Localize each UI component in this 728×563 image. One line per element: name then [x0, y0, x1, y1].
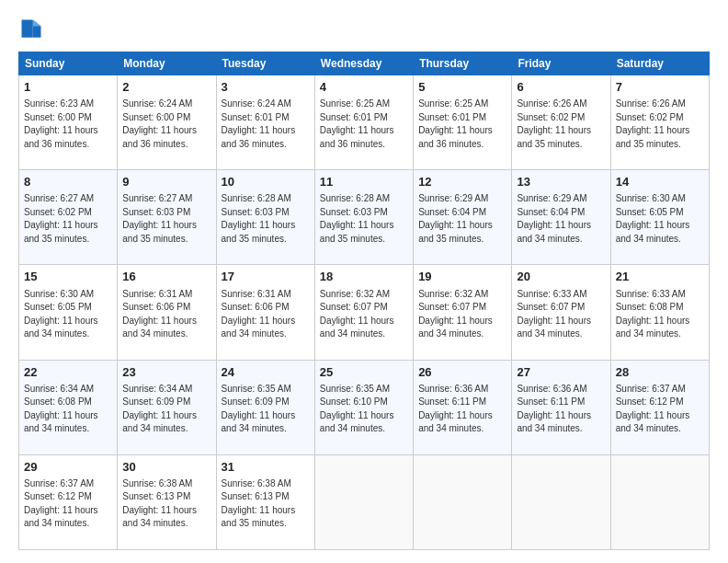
- day-number: 24: [222, 364, 310, 381]
- day-info: Sunrise: 6:38 AM Sunset: 6:13 PM Dayligh…: [222, 477, 310, 531]
- day-cell: 22Sunrise: 6:34 AM Sunset: 6:08 PM Dayli…: [19, 360, 118, 454]
- weekday-header: Monday: [118, 52, 216, 75]
- day-number: 15: [24, 269, 112, 285]
- day-info: Sunrise: 6:26 AM Sunset: 6:02 PM Dayligh…: [517, 98, 605, 151]
- day-info: Sunrise: 6:27 AM Sunset: 6:02 PM Dayligh…: [24, 192, 112, 246]
- day-info: Sunrise: 6:24 AM Sunset: 6:01 PM Dayligh…: [222, 98, 310, 151]
- day-number: 26: [418, 364, 506, 381]
- day-cell: 17Sunrise: 6:31 AM Sunset: 6:06 PM Dayli…: [216, 265, 314, 360]
- day-cell: 14Sunrise: 6:30 AM Sunset: 6:05 PM Dayli…: [610, 170, 709, 265]
- day-info: Sunrise: 6:29 AM Sunset: 6:04 PM Dayligh…: [418, 192, 506, 246]
- day-info: Sunrise: 6:38 AM Sunset: 6:13 PM Dayligh…: [122, 477, 210, 531]
- day-info: Sunrise: 6:24 AM Sunset: 6:00 PM Dayligh…: [122, 98, 210, 151]
- day-number: 7: [616, 79, 704, 96]
- weekday-header: Tuesday: [216, 52, 314, 75]
- day-cell: 26Sunrise: 6:36 AM Sunset: 6:11 PM Dayli…: [414, 360, 512, 454]
- day-cell: [610, 454, 709, 549]
- day-cell: 3Sunrise: 6:24 AM Sunset: 6:01 PM Daylig…: [216, 75, 314, 170]
- day-cell: 5Sunrise: 6:25 AM Sunset: 6:01 PM Daylig…: [414, 75, 512, 170]
- day-info: Sunrise: 6:36 AM Sunset: 6:11 PM Dayligh…: [517, 383, 605, 436]
- week-row: 15Sunrise: 6:30 AM Sunset: 6:05 PM Dayli…: [19, 265, 710, 360]
- day-cell: 23Sunrise: 6:34 AM Sunset: 6:09 PM Dayli…: [118, 360, 216, 454]
- day-info: Sunrise: 6:35 AM Sunset: 6:10 PM Dayligh…: [320, 383, 408, 436]
- svg-rect-2: [22, 20, 33, 38]
- day-cell: 18Sunrise: 6:32 AM Sunset: 6:07 PM Dayli…: [314, 265, 413, 360]
- day-cell: 1Sunrise: 6:23 AM Sunset: 6:00 PM Daylig…: [19, 75, 118, 170]
- day-info: Sunrise: 6:34 AM Sunset: 6:09 PM Dayligh…: [122, 383, 210, 436]
- day-number: 18: [320, 269, 408, 285]
- day-cell: 4Sunrise: 6:25 AM Sunset: 6:01 PM Daylig…: [314, 75, 413, 170]
- day-number: 5: [418, 79, 506, 96]
- day-number: 14: [616, 174, 704, 190]
- day-number: 11: [320, 174, 408, 190]
- day-cell: 10Sunrise: 6:28 AM Sunset: 6:03 PM Dayli…: [216, 170, 314, 265]
- day-info: Sunrise: 6:30 AM Sunset: 6:05 PM Dayligh…: [616, 192, 704, 246]
- day-cell: [414, 454, 512, 549]
- day-number: 10: [222, 174, 310, 190]
- day-info: Sunrise: 6:31 AM Sunset: 6:06 PM Dayligh…: [122, 288, 210, 341]
- day-info: Sunrise: 6:35 AM Sunset: 6:09 PM Dayligh…: [222, 383, 310, 436]
- day-cell: 20Sunrise: 6:33 AM Sunset: 6:07 PM Dayli…: [512, 265, 610, 360]
- day-number: 13: [517, 174, 605, 190]
- day-number: 27: [517, 364, 605, 381]
- day-cell: 19Sunrise: 6:32 AM Sunset: 6:07 PM Dayli…: [414, 265, 512, 360]
- day-cell: 21Sunrise: 6:33 AM Sunset: 6:08 PM Dayli…: [610, 265, 709, 360]
- day-number: 21: [616, 269, 704, 285]
- day-cell: [314, 454, 413, 549]
- day-cell: 7Sunrise: 6:26 AM Sunset: 6:02 PM Daylig…: [610, 75, 709, 170]
- day-cell: 24Sunrise: 6:35 AM Sunset: 6:09 PM Dayli…: [216, 360, 314, 454]
- day-info: Sunrise: 6:37 AM Sunset: 6:12 PM Dayligh…: [24, 477, 112, 531]
- day-info: Sunrise: 6:33 AM Sunset: 6:07 PM Dayligh…: [517, 288, 605, 341]
- day-number: 8: [24, 174, 112, 190]
- day-info: Sunrise: 6:23 AM Sunset: 6:00 PM Dayligh…: [24, 98, 112, 151]
- day-cell: [512, 454, 610, 549]
- weekday-header: Thursday: [414, 52, 512, 75]
- day-info: Sunrise: 6:37 AM Sunset: 6:12 PM Dayligh…: [616, 383, 704, 436]
- day-info: Sunrise: 6:31 AM Sunset: 6:06 PM Dayligh…: [222, 288, 310, 341]
- day-cell: 16Sunrise: 6:31 AM Sunset: 6:06 PM Dayli…: [118, 265, 216, 360]
- day-info: Sunrise: 6:29 AM Sunset: 6:04 PM Dayligh…: [517, 192, 605, 246]
- page: SundayMondayTuesdayWednesdayThursdayFrid…: [0, 0, 728, 563]
- day-cell: 29Sunrise: 6:37 AM Sunset: 6:12 PM Dayli…: [19, 454, 118, 549]
- day-number: 1: [24, 79, 112, 96]
- logo-icon: [18, 17, 44, 42]
- day-info: Sunrise: 6:34 AM Sunset: 6:08 PM Dayligh…: [24, 383, 112, 436]
- day-info: Sunrise: 6:25 AM Sunset: 6:01 PM Dayligh…: [320, 98, 408, 151]
- day-number: 9: [122, 174, 210, 190]
- day-number: 31: [222, 459, 310, 476]
- day-info: Sunrise: 6:33 AM Sunset: 6:08 PM Dayligh…: [616, 288, 704, 341]
- week-row: 8Sunrise: 6:27 AM Sunset: 6:02 PM Daylig…: [19, 170, 710, 265]
- day-info: Sunrise: 6:25 AM Sunset: 6:01 PM Dayligh…: [418, 98, 506, 151]
- header-row: SundayMondayTuesdayWednesdayThursdayFrid…: [19, 52, 710, 75]
- day-info: Sunrise: 6:32 AM Sunset: 6:07 PM Dayligh…: [418, 288, 506, 341]
- day-cell: 31Sunrise: 6:38 AM Sunset: 6:13 PM Dayli…: [216, 454, 314, 549]
- day-cell: 27Sunrise: 6:36 AM Sunset: 6:11 PM Dayli…: [512, 360, 610, 454]
- day-cell: 12Sunrise: 6:29 AM Sunset: 6:04 PM Dayli…: [414, 170, 512, 265]
- day-number: 30: [122, 459, 210, 476]
- weekday-header: Friday: [512, 52, 610, 75]
- day-info: Sunrise: 6:32 AM Sunset: 6:07 PM Dayligh…: [320, 288, 408, 341]
- weekday-header: Saturday: [610, 52, 709, 75]
- week-row: 22Sunrise: 6:34 AM Sunset: 6:08 PM Dayli…: [19, 360, 710, 454]
- header: [18, 17, 710, 42]
- day-cell: 6Sunrise: 6:26 AM Sunset: 6:02 PM Daylig…: [512, 75, 610, 170]
- day-info: Sunrise: 6:27 AM Sunset: 6:03 PM Dayligh…: [122, 192, 210, 246]
- day-number: 3: [222, 79, 310, 96]
- weekday-header: Sunday: [19, 52, 118, 75]
- calendar-table: SundayMondayTuesdayWednesdayThursdayFrid…: [18, 52, 710, 550]
- logo: [18, 17, 48, 42]
- week-row: 1Sunrise: 6:23 AM Sunset: 6:00 PM Daylig…: [19, 75, 710, 170]
- day-cell: 30Sunrise: 6:38 AM Sunset: 6:13 PM Dayli…: [118, 454, 216, 549]
- day-number: 2: [122, 79, 210, 96]
- day-number: 12: [418, 174, 506, 190]
- day-number: 19: [418, 269, 506, 285]
- day-number: 28: [616, 364, 704, 381]
- day-cell: 2Sunrise: 6:24 AM Sunset: 6:00 PM Daylig…: [118, 75, 216, 170]
- day-number: 17: [222, 269, 310, 285]
- day-number: 6: [517, 79, 605, 96]
- day-info: Sunrise: 6:30 AM Sunset: 6:05 PM Dayligh…: [24, 288, 112, 341]
- weekday-header: Wednesday: [314, 52, 413, 75]
- day-number: 25: [320, 364, 408, 381]
- day-info: Sunrise: 6:36 AM Sunset: 6:11 PM Dayligh…: [418, 383, 506, 436]
- day-cell: 15Sunrise: 6:30 AM Sunset: 6:05 PM Dayli…: [19, 265, 118, 360]
